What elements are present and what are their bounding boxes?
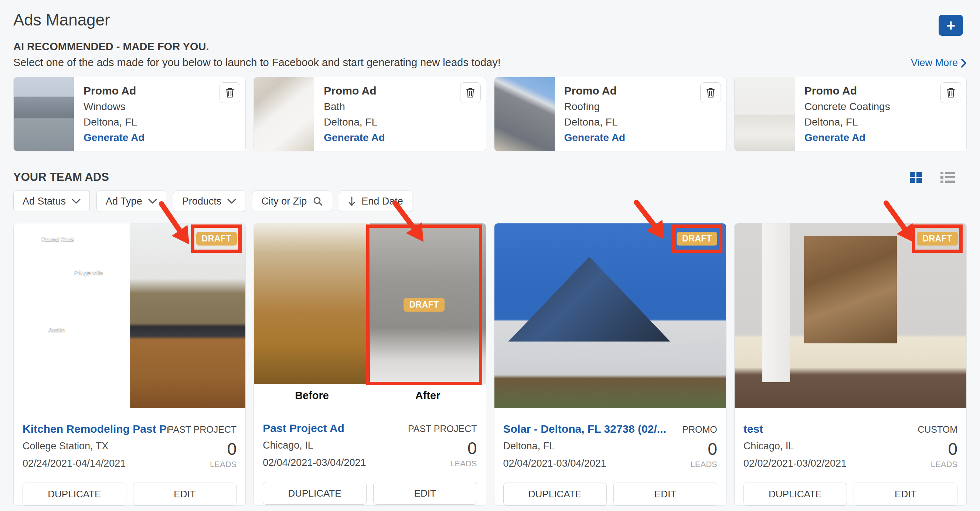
edit-button[interactable]: EDIT (133, 482, 237, 505)
team-ads-grid: Round Rock Pflugerville Austin DRAFT Kit… (13, 223, 967, 506)
leads-count: 0 (210, 441, 237, 457)
ad-type-label: PAST PROJECT (168, 424, 237, 435)
filter-row: Ad Status Ad Type Products City or Zip E… (13, 190, 967, 212)
ads-manager-page: Ads Manager + AI RECOMMENDED - MADE FOR … (0, 0, 980, 511)
chevron-down-icon (227, 198, 236, 204)
promo-product: Concrete Coatings (805, 101, 890, 113)
promo-title: Promo Ad (805, 84, 890, 97)
view-more-link[interactable]: View More (911, 57, 967, 69)
promo-title: Promo Ad (564, 84, 625, 97)
status-badge: DRAFT (196, 232, 237, 246)
your-team-ads-heading: YOUR TEAM ADS (13, 171, 109, 184)
ad-dates: 02/02/2021-03/02/2021 (743, 458, 931, 469)
leads-label: LEADS (690, 460, 717, 469)
promo-location: Deltona, FL (84, 116, 145, 128)
curtain-shape (762, 224, 790, 382)
chevron-right-icon (961, 58, 967, 68)
generate-ad-link[interactable]: Generate Ad (805, 132, 890, 144)
edit-button[interactable]: EDIT (373, 482, 477, 505)
plus-icon: + (947, 17, 956, 34)
create-ad-button[interactable]: + (939, 15, 963, 36)
status-badge: DRAFT (917, 232, 958, 246)
ad-location: Chicago, IL (263, 440, 450, 451)
leads-label: LEADS (931, 460, 958, 469)
ad-location: Deltona, FL (503, 441, 690, 452)
chevron-down-icon (148, 198, 157, 204)
status-badge: DRAFT (404, 298, 444, 312)
ad-type-label: PAST PROJECT (408, 424, 477, 434)
delete-promo-button[interactable] (460, 83, 481, 103)
duplicate-button[interactable]: DUPLICATE (263, 482, 367, 505)
filter-ad-type[interactable]: Ad Type (97, 190, 166, 212)
map-label: Pflugerville (74, 270, 103, 276)
promo-product: Roofing (564, 101, 625, 113)
trash-icon (225, 87, 235, 98)
promo-card: Promo Ad Concrete Coatings Deltona, FL G… (734, 77, 967, 151)
filter-end-date-sort[interactable]: End Date (339, 190, 412, 212)
team-ad-card: DRAFT test CUSTOM Chicago, IL 02/02/2021… (734, 223, 967, 506)
trash-icon (946, 87, 956, 98)
promo-photo-windows (14, 77, 74, 151)
generate-ad-link[interactable]: Generate Ad (564, 132, 625, 144)
ad-title-link[interactable]: Kitchen Remodeling Past Proj... (22, 423, 168, 435)
edit-button[interactable]: EDIT (854, 482, 958, 505)
ad-type-label: PROMO (682, 424, 717, 435)
promo-product: Bath (324, 101, 385, 113)
promo-card: Promo Ad Windows Deltona, FL Generate Ad (13, 77, 246, 151)
filter-city-or-zip[interactable]: City or Zip (252, 190, 332, 212)
ad-dates: 02/04/2021-03/04/2021 (263, 457, 450, 468)
leads-label: LEADS (450, 459, 477, 468)
chevron-down-icon (72, 198, 81, 204)
leads-count: 0 (450, 440, 477, 457)
ad-title-link[interactable]: Solar - Deltona, FL 32738 (02/... (503, 423, 666, 435)
list-view-icon[interactable] (940, 172, 955, 183)
promo-location: Deltona, FL (324, 116, 385, 128)
team-ad-card: Round Rock Pflugerville Austin DRAFT Kit… (13, 223, 246, 506)
edit-button[interactable]: EDIT (613, 482, 717, 505)
duplicate-button[interactable]: DUPLICATE (743, 482, 847, 505)
promo-photo-concrete-coatings (735, 77, 795, 151)
page-title: Ads Manager (13, 0, 967, 29)
ad-image-before-after: DRAFT (254, 224, 485, 384)
duplicate-button[interactable]: DUPLICATE (22, 482, 126, 505)
team-ad-card: DRAFT Solar - Deltona, FL 32738 (02/... … (494, 223, 727, 506)
trash-icon (706, 87, 716, 98)
ad-image-tile-bathroom: DRAFT (735, 224, 966, 408)
promo-product: Windows (84, 101, 145, 113)
ad-image-solar-house: DRAFT (495, 224, 726, 408)
leads-count: 0 (931, 441, 958, 457)
ad-location: College Station, TX (22, 441, 210, 452)
annotation-box: DRAFT (366, 224, 482, 385)
promo-location: Deltona, FL (564, 116, 625, 128)
map-label: Austin (48, 327, 65, 333)
promo-photo-roofing (495, 77, 555, 151)
annotation-box: DRAFT (191, 224, 242, 253)
delete-promo-button[interactable] (940, 83, 961, 103)
after-label: After (370, 384, 486, 407)
annotation-box: DRAFT (672, 224, 722, 253)
leads-label: LEADS (210, 460, 237, 469)
solar-roof-shape (508, 257, 670, 341)
ad-dates: 02/24/2021-04/14/2021 (22, 458, 210, 469)
before-photo (254, 224, 370, 384)
status-badge: DRAFT (677, 232, 717, 246)
filter-ad-status[interactable]: Ad Status (13, 190, 90, 212)
map-label: Round Rock (41, 236, 74, 243)
filter-products[interactable]: Products (173, 190, 246, 212)
promo-photo-bath (254, 77, 314, 151)
ad-title-link[interactable]: test (743, 423, 763, 435)
ad-dates: 02/04/2021-03/04/2021 (503, 458, 690, 469)
grid-view-icon[interactable] (910, 172, 922, 183)
generate-ad-link[interactable]: Generate Ad (84, 132, 145, 144)
promo-title: Promo Ad (324, 84, 385, 97)
generate-ad-link[interactable]: Generate Ad (324, 132, 385, 144)
promo-title: Promo Ad (84, 84, 145, 97)
delete-promo-button[interactable] (700, 83, 721, 103)
delete-promo-button[interactable] (220, 83, 240, 103)
promo-location: Deltona, FL (805, 116, 890, 128)
ad-title-link[interactable]: Past Project Ad (263, 422, 344, 435)
ad-type-label: CUSTOM (918, 424, 958, 435)
duplicate-button[interactable]: DUPLICATE (503, 482, 607, 505)
ad-image-map-kitchen: Round Rock Pflugerville Austin DRAFT (14, 224, 245, 408)
promo-card: Promo Ad Roofing Deltona, FL Generate Ad (494, 77, 727, 151)
